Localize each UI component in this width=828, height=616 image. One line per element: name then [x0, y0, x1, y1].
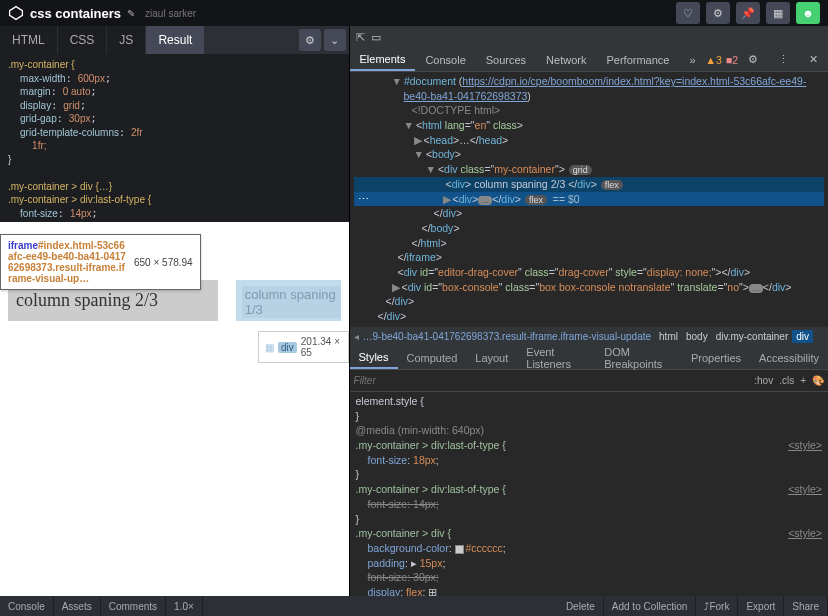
dt-more[interactable]: »	[679, 50, 705, 70]
settings-button[interactable]: ⚙	[706, 2, 730, 24]
devtools-settings-icon[interactable]: ⚙	[738, 49, 768, 70]
devtools-toolbar: ⇱ ▭	[350, 26, 828, 48]
st-props[interactable]: Properties	[682, 348, 750, 368]
st-layout[interactable]: Layout	[466, 348, 517, 368]
editor-tabs: HTML CSS JS Result ⚙ ⌄	[0, 26, 349, 54]
st-events[interactable]: Event Listeners	[517, 342, 595, 374]
tab-html[interactable]: HTML	[0, 26, 58, 54]
error-count[interactable]: ■2	[726, 54, 738, 66]
css-editor[interactable]: .my-container { max-width: 600px; margin…	[0, 54, 349, 222]
layout-button[interactable]: ▦	[766, 2, 790, 24]
cls-toggle[interactable]: .cls	[779, 375, 794, 386]
dom-tree[interactable]: ▼#document (https://cdpn.io/cpe/boomboom…	[350, 72, 828, 327]
tab-js[interactable]: JS	[107, 26, 146, 54]
fb-delete[interactable]: Delete	[558, 596, 604, 616]
codepen-logo	[8, 5, 24, 21]
editor-settings-icon[interactable]: ⚙	[299, 29, 321, 51]
dt-performance[interactable]: Performance	[596, 50, 679, 70]
fb-share[interactable]: Share	[784, 596, 828, 616]
fb-comments[interactable]: Comments	[101, 596, 166, 616]
fb-fork[interactable]: ⤴ Fork	[696, 596, 738, 616]
code-line: .my-container {	[8, 59, 75, 70]
column-2: column spaning 1/3	[236, 280, 341, 321]
editor-menu-icon[interactable]: ⌄	[324, 29, 346, 51]
heart-button[interactable]: ♡	[676, 2, 700, 24]
codepen-footer: Console Assets Comments 1.0× Delete Add …	[0, 596, 828, 616]
inspect-icon[interactable]: ⇱	[356, 31, 365, 43]
fb-assets[interactable]: Assets	[54, 596, 101, 616]
warning-count[interactable]: ▲3	[706, 54, 722, 66]
pen-author[interactable]: ziaul sarker	[145, 8, 196, 19]
styles-tabs: Styles Computed Layout Event Listeners D…	[350, 346, 828, 370]
pen-title[interactable]: css containers	[30, 6, 121, 21]
devtools: ⇱ ▭ Elements Console Sources Network Per…	[350, 26, 828, 596]
hover-dims: ▦ div 201.34 × 65	[258, 331, 349, 363]
st-computed[interactable]: Computed	[398, 348, 467, 368]
devtools-close-icon[interactable]: ✕	[799, 49, 828, 70]
fb-export[interactable]: Export	[738, 596, 784, 616]
element-tooltip: iframe#index.html-53c66afc-ee49-be40-ba4…	[0, 234, 201, 290]
tooltip-dimensions: 650 × 578.94	[134, 257, 193, 268]
st-a11y[interactable]: Accessibility	[750, 348, 828, 368]
fb-collection[interactable]: Add to Collection	[604, 596, 697, 616]
result-preview[interactable]: iframe#index.html-53c66afc-ee49-be40-ba4…	[0, 222, 349, 596]
st-styles[interactable]: Styles	[350, 347, 398, 369]
tab-result[interactable]: Result	[146, 26, 205, 54]
devtools-tabs: Elements Console Sources Network Perform…	[350, 48, 828, 72]
dt-sources[interactable]: Sources	[476, 50, 536, 70]
filter-input[interactable]	[354, 375, 749, 386]
device-icon[interactable]: ▭	[371, 31, 381, 43]
hov-toggle[interactable]: :hov	[754, 375, 773, 386]
fb-console[interactable]: Console	[0, 596, 54, 616]
dt-network[interactable]: Network	[536, 50, 596, 70]
codepen-header: css containers ✎ ziaul sarker ♡ ⚙ 📌 ▦ ☻	[0, 0, 828, 26]
pin-button[interactable]: 📌	[736, 2, 760, 24]
styles-filter-row: :hov .cls + 🎨	[350, 370, 828, 392]
devtools-menu-icon[interactable]: ⋮	[768, 49, 799, 70]
main-split: HTML CSS JS Result ⚙ ⌄ .my-container { m…	[0, 26, 828, 596]
left-pane: HTML CSS JS Result ⚙ ⌄ .my-container { m…	[0, 26, 350, 596]
styles-menu-icon[interactable]: 🎨	[812, 375, 824, 386]
tab-css[interactable]: CSS	[58, 26, 108, 54]
dt-elements[interactable]: Elements	[350, 49, 416, 71]
st-dombp[interactable]: DOM Breakpoints	[595, 342, 682, 374]
avatar-button[interactable]: ☻	[796, 2, 820, 24]
styles-pane[interactable]: element.style { } @media (min-width: 640…	[350, 392, 828, 596]
dt-console[interactable]: Console	[415, 50, 475, 70]
edit-title-icon[interactable]: ✎	[127, 8, 135, 19]
fb-zoom[interactable]: 1.0×	[166, 596, 203, 616]
add-rule-icon[interactable]: +	[800, 375, 806, 386]
